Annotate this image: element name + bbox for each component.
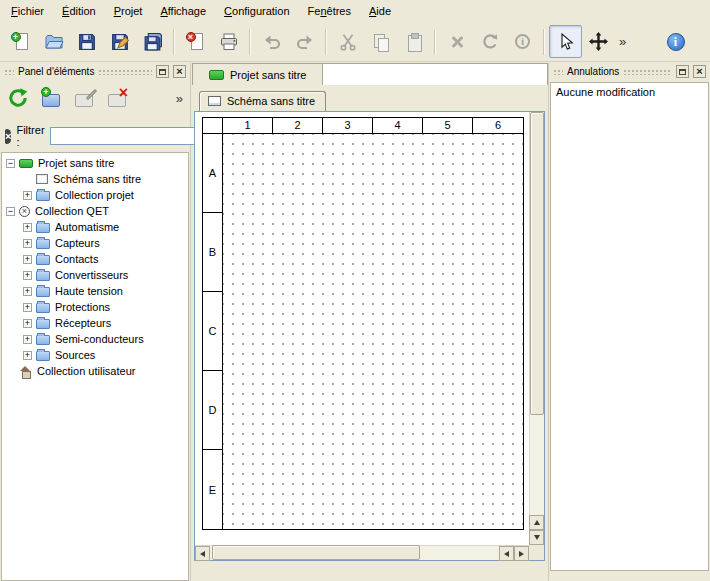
undo-dock-titlebar[interactable]: Annulations — [549, 63, 710, 80]
toolbar-separator — [543, 29, 545, 55]
toolbar-overflow-chevron[interactable]: » — [615, 34, 630, 49]
dock-grip[interactable] — [98, 68, 152, 75]
undo-history-list[interactable]: Aucune modification — [550, 82, 709, 571]
panel-overflow-chevron[interactable]: » — [172, 91, 187, 106]
horizontal-scrollbar[interactable] — [195, 545, 529, 560]
scroll-left-button-2[interactable] — [499, 546, 514, 561]
dock-grip[interactable] — [623, 68, 672, 75]
print-button[interactable] — [212, 25, 245, 58]
horizontal-scrollbar-thumb[interactable] — [212, 545, 420, 560]
scrollbar-corner — [529, 545, 544, 560]
column-header: 3 — [323, 118, 373, 133]
dock-grip[interactable] — [4, 68, 14, 75]
tree-item-convertisseurs[interactable]: Convertisseurs — [2, 267, 188, 283]
diagram-column-headers: 1 2 3 4 5 6 — [203, 118, 523, 134]
tree-item-automatisme[interactable]: Automatisme — [2, 219, 188, 235]
edit-element-button[interactable] — [70, 84, 98, 112]
menu-label: ffichage — [168, 5, 206, 17]
element-info-button[interactable] — [506, 25, 539, 58]
vertical-scrollbar[interactable] — [529, 112, 544, 545]
save-button[interactable] — [70, 25, 103, 58]
open-document-button[interactable] — [37, 25, 70, 58]
expand-icon[interactable] — [23, 191, 32, 200]
expand-icon[interactable] — [23, 303, 32, 312]
row-header: B — [203, 213, 222, 292]
redo-button[interactable] — [288, 25, 321, 58]
menu-configuration[interactable]: Configuration — [215, 1, 298, 21]
rotate-button[interactable] — [473, 25, 506, 58]
new-document-button[interactable]: + — [4, 25, 37, 58]
dock-close-button[interactable] — [693, 65, 706, 78]
tree-item-collection-projet[interactable]: Collection projet — [2, 187, 188, 203]
undo-button[interactable] — [255, 25, 288, 58]
tree-item-contacts[interactable]: Contacts — [2, 251, 188, 267]
copy-button[interactable] — [364, 25, 397, 58]
delete-element-button[interactable] — [103, 84, 131, 112]
dock-grip[interactable] — [553, 68, 563, 75]
scroll-right-button[interactable] — [514, 546, 529, 561]
tab-projet-sans-titre[interactable]: Projet sans titre — [193, 64, 323, 85]
expand-icon[interactable] — [23, 271, 32, 280]
expand-icon[interactable] — [23, 255, 32, 264]
vertical-scrollbar-thumb[interactable] — [530, 112, 544, 415]
expand-icon[interactable] — [23, 239, 32, 248]
save-as-button[interactable] — [103, 25, 136, 58]
undo-icon — [262, 32, 282, 52]
tree-item-sources[interactable]: Sources — [2, 347, 188, 363]
scroll-down-button[interactable] — [529, 530, 544, 545]
scroll-up-button[interactable] — [529, 515, 544, 530]
plus-badge-icon: + — [41, 87, 51, 97]
horizontal-scrollbar-track[interactable] — [210, 546, 499, 560]
menu-fenetres[interactable]: Fenêtres — [299, 1, 360, 21]
left-arrow-icon — [504, 551, 509, 557]
expand-icon[interactable] — [23, 351, 32, 360]
diagram-body: A B C D E — [203, 134, 523, 529]
help-info-button[interactable] — [659, 25, 692, 58]
menu-edition[interactable]: Édition — [53, 1, 105, 21]
save-all-button[interactable] — [136, 25, 169, 58]
close-document-button[interactable]: × — [179, 25, 212, 58]
tree-item-semi-conducteurs[interactable]: Semi-conducteurs — [2, 331, 188, 347]
print-icon — [219, 32, 239, 52]
reload-collections-button[interactable] — [4, 84, 32, 112]
tree-item-collection-utilisateur[interactable]: Collection utilisateur — [2, 363, 188, 379]
tree-item-capteurs[interactable]: Capteurs — [2, 235, 188, 251]
tab-schema-sans-titre[interactable]: Schéma sans titre — [199, 91, 326, 111]
column-header: 6 — [473, 118, 523, 133]
new-element-button[interactable]: + — [37, 84, 65, 112]
folder-icon — [36, 287, 50, 297]
elements-panel-titlebar[interactable]: Panel d'éléments — [0, 63, 190, 80]
diagram-canvas[interactable] — [223, 134, 523, 529]
expand-icon[interactable] — [23, 287, 32, 296]
collapse-icon[interactable] — [6, 207, 15, 216]
menu-projet[interactable]: Projet — [105, 1, 152, 21]
dock-float-button[interactable] — [156, 65, 169, 78]
collapse-icon[interactable] — [6, 159, 15, 168]
tree-item-collection-qet[interactable]: Collection QET — [2, 203, 188, 219]
menu-affichage[interactable]: Affichage — [151, 1, 215, 21]
close-document-icon: × — [186, 32, 206, 52]
delete-button[interactable] — [440, 25, 473, 58]
tree-item-protections[interactable]: Protections — [2, 299, 188, 315]
tree-item-label: Schéma sans titre — [53, 173, 141, 185]
tree-item-label: Collection utilisateur — [37, 365, 135, 377]
move-tool-button[interactable] — [582, 25, 615, 58]
scroll-left-button[interactable] — [195, 546, 210, 561]
clear-filter-icon[interactable] — [5, 129, 11, 144]
dock-float-button[interactable] — [676, 65, 689, 78]
tree-item-project[interactable]: Projet sans titre — [2, 155, 188, 171]
tree-item-haute-tension[interactable]: Haute tension — [2, 283, 188, 299]
tree-item-schema[interactable]: Schéma sans titre — [2, 171, 188, 187]
select-tool-button[interactable] — [549, 25, 582, 58]
menu-aide[interactable]: Aide — [360, 1, 400, 21]
expand-icon[interactable] — [23, 223, 32, 232]
cut-button[interactable] — [331, 25, 364, 58]
filter-input[interactable] — [50, 127, 200, 145]
dock-close-button[interactable] — [173, 65, 186, 78]
expand-icon[interactable] — [23, 335, 32, 344]
paste-button[interactable] — [397, 25, 430, 58]
menu-label: onfiguration — [232, 5, 290, 17]
tree-item-recepteurs[interactable]: Récepteurs — [2, 315, 188, 331]
menu-fichier[interactable]: Fichier — [2, 1, 53, 21]
expand-icon[interactable] — [23, 319, 32, 328]
